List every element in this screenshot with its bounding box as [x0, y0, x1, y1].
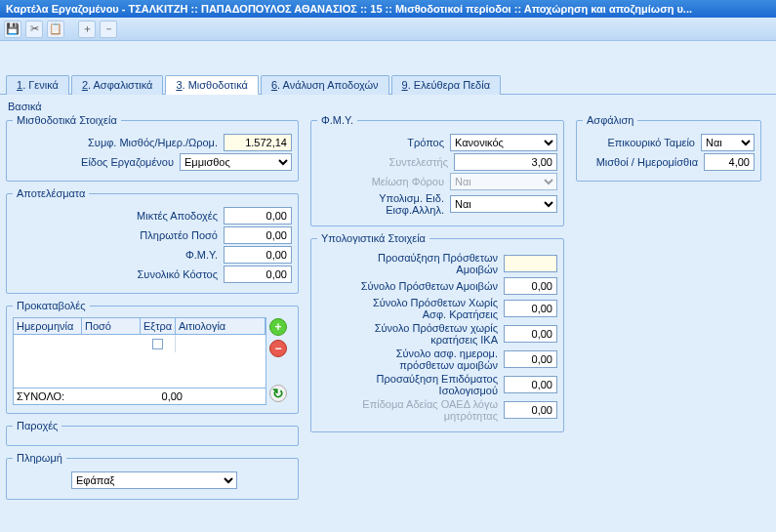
suppl-fund-select[interactable]: Ναι — [701, 134, 755, 151]
fmy-coeff-label: Συντελεστής — [388, 156, 448, 168]
addl-no-ins-field[interactable] — [504, 300, 557, 317]
payment-type-select[interactable]: Εφάπαξ — [71, 471, 237, 489]
gross-earnings-label: Μικτές Αποδοχές — [137, 210, 218, 222]
fmy-coeff-field[interactable] — [454, 153, 557, 171]
copy-icon[interactable]: 📋 — [47, 20, 64, 38]
addl-total-field[interactable] — [504, 277, 557, 295]
oaed-maternity-field[interactable] — [504, 401, 557, 419]
group-benefits: Παροχές — [6, 420, 299, 446]
tab-payroll[interactable]: 3. Μισθοδοτικά — [165, 75, 258, 95]
suppl-fund-label: Επικουρικό Ταμείο — [607, 137, 695, 148]
balance-bonus-label: Προσαύξηση Επιδόματος Ισολογισμού — [351, 373, 498, 396]
agreed-salary-label: Συμφ. Μισθός/Ημερ./Ωρομ. — [88, 137, 218, 148]
refresh-icon[interactable]: ↻ — [269, 385, 287, 402]
addl-total-label: Σύνολο Πρόσθετων Αμοιβών — [351, 280, 498, 292]
advances-grid-body[interactable] — [14, 335, 265, 388]
addl-no-ika-label: Σύνολο Πρόσθετων χωρίς κρατήσεις ΙΚΑ — [351, 322, 498, 346]
group-payment: Πληρωμή Εφάπαξ — [6, 452, 299, 500]
addl-ins-days-field[interactable] — [504, 350, 557, 368]
tab-free-fields[interactable]: 9. Ελεύθερα Πεδία — [391, 75, 501, 95]
salaries-wages-field[interactable] — [704, 153, 755, 171]
fmy-reduction-label: Μείωση Φόρου — [372, 176, 444, 187]
payable-field[interactable] — [224, 226, 292, 244]
sum-label: ΣΥΝΟΛΟ: — [17, 390, 85, 402]
advances-grid[interactable]: Ημερομηνία Ποσό Εξτρα Αιτιολογία ΣΥΝΟΛΟ: — [13, 317, 266, 405]
save-icon[interactable]: 💾 — [4, 20, 21, 38]
total-cost-field[interactable] — [224, 266, 292, 283]
column-middle: Φ.Μ.Υ. Τρόπος Κανονικός Συντελεστής Μείω… — [310, 114, 564, 506]
group-calc: Υπολογιστικά Στοιχεία Προσαύξηση Πρόσθετ… — [310, 232, 564, 432]
group-results: Αποτελέσματα Μικτές Αποδοχές Πληρωτέο Πο… — [6, 187, 299, 294]
tab-earnings-analysis[interactable]: 6. Ανάλυση Αποδοχών — [261, 75, 389, 95]
fmy-special-contrib-label: Υπολισμ. Ειδ. Εισφ.Αλληλ. — [347, 192, 444, 216]
extra-checkbox[interactable] — [152, 339, 163, 349]
fmy-result-label: Φ.Μ.Υ. — [185, 249, 218, 261]
remove-record-icon[interactable]: － — [100, 20, 117, 38]
fmy-special-contrib-select[interactable]: Ναι — [450, 195, 557, 213]
toolbar: 💾 ✂ 📋 ＋ － — [0, 18, 776, 41]
col-reason[interactable]: Αιτιολογία — [176, 318, 265, 334]
section-basics-title: Βασικά — [8, 101, 770, 112]
advances-grid-header: Ημερομηνία Ποσό Εξτρα Αιτιολογία — [14, 318, 265, 335]
separator — [68, 20, 74, 38]
sum-value: 0,00 — [85, 390, 183, 402]
cut-icon[interactable]: ✂ — [25, 20, 43, 38]
group-benefits-legend: Παροχές — [13, 420, 61, 431]
group-advances: Προκαταβολές Ημερομηνία Ποσό Εξτρα Αιτιο… — [6, 300, 299, 414]
group-payroll-details: Μισθοδοτικά Στοιχεία Συμφ. Μισθός/Ημερ./… — [6, 114, 299, 182]
group-fmy: Φ.Μ.Υ. Τρόπος Κανονικός Συντελεστής Μείω… — [310, 114, 564, 226]
gross-earnings-field[interactable] — [224, 207, 292, 225]
tab-insurance[interactable]: 2. Ασφαλιστικά — [71, 75, 164, 95]
oaed-maternity-label: Επίδομα Αδείας ΟΑΕΔ λόγω μητρότητας — [351, 398, 498, 422]
group-advances-legend: Προκαταβολές — [13, 300, 90, 311]
addl-no-ins-label: Σύνολο Πρόσθετων Χωρίς Ασφ. Κρατήσεις — [351, 297, 498, 320]
tab-strip: 1. Γενικά 2. Ασφαλιστικά 3. Μισθοδοτικά … — [0, 74, 776, 95]
total-cost-label: Συνολικό Κόστος — [138, 268, 218, 280]
group-calc-legend: Υπολογιστικά Στοιχεία — [317, 232, 429, 244]
column-left: Μισθοδοτικά Στοιχεία Συμφ. Μισθός/Ημερ./… — [6, 114, 299, 506]
fmy-result-field[interactable] — [224, 246, 292, 264]
advances-grid-footer: ΣΥΝΟΛΟ: 0,00 — [14, 388, 265, 404]
employee-type-label: Είδος Εργαζομένου — [81, 156, 174, 168]
tab-pane-payroll: Βασικά Μισθοδοτικά Στοιχεία Συμφ. Μισθός… — [0, 95, 776, 510]
group-insurance-legend: Ασφάλιση — [583, 114, 637, 126]
group-fmy-legend: Φ.Μ.Υ. — [317, 114, 357, 126]
group-insurance: Ασφάλιση Επικουρικό Ταμείο Ναι Μισθοί / … — [576, 114, 761, 182]
balance-bonus-field[interactable] — [504, 376, 557, 393]
tab-general[interactable]: 1. Γενικά — [6, 75, 69, 95]
col-date[interactable]: Ημερομηνία — [14, 318, 82, 334]
group-payment-legend: Πληρωμή — [13, 452, 66, 464]
fmy-mode-label: Τρόπος — [407, 137, 444, 148]
agreed-salary-field[interactable] — [224, 134, 292, 151]
add-record-icon[interactable]: ＋ — [78, 20, 96, 38]
fmy-mode-select[interactable]: Κανονικός — [450, 134, 557, 151]
group-results-legend: Αποτελέσματα — [13, 187, 89, 199]
window-titlebar: Καρτέλα Εργαζομένου - ΤΣΑΛΚΙΤΖΗ :: ΠΑΠΑΔ… — [0, 0, 776, 18]
extra-checkbox-cell — [141, 335, 176, 352]
payable-label: Πληρωτέο Ποσό — [140, 229, 218, 241]
advances-grid-buttons: + − ↻ — [269, 318, 289, 402]
fmy-reduction-select: Ναι — [450, 173, 557, 190]
column-right: Ασφάλιση Επικουρικό Ταμείο Ναι Μισθοί / … — [576, 114, 761, 506]
remove-row-icon[interactable]: − — [269, 340, 287, 357]
col-amount[interactable]: Ποσό — [82, 318, 141, 334]
addl-increase-label: Προσαύξηση Πρόσθετων Αμοιβών — [351, 252, 498, 275]
addl-no-ika-field[interactable] — [504, 325, 557, 343]
add-row-icon[interactable]: + — [269, 318, 287, 336]
employee-type-select[interactable]: Εμμισθος — [180, 153, 292, 171]
salaries-wages-label: Μισθοί / Ημερομίσθια — [596, 156, 698, 168]
addl-ins-days-label: Σύνολο ασφ. ημερομ. πρόσθετων αμοιβών — [351, 348, 498, 371]
addl-increase-field[interactable] — [504, 255, 557, 272]
col-extra[interactable]: Εξτρα — [141, 318, 176, 334]
window-title: Καρτέλα Εργαζομένου - ΤΣΑΛΚΙΤΖΗ :: ΠΑΠΑΔ… — [6, 3, 692, 15]
group-payroll-details-legend: Μισθοδοτικά Στοιχεία — [13, 114, 121, 126]
